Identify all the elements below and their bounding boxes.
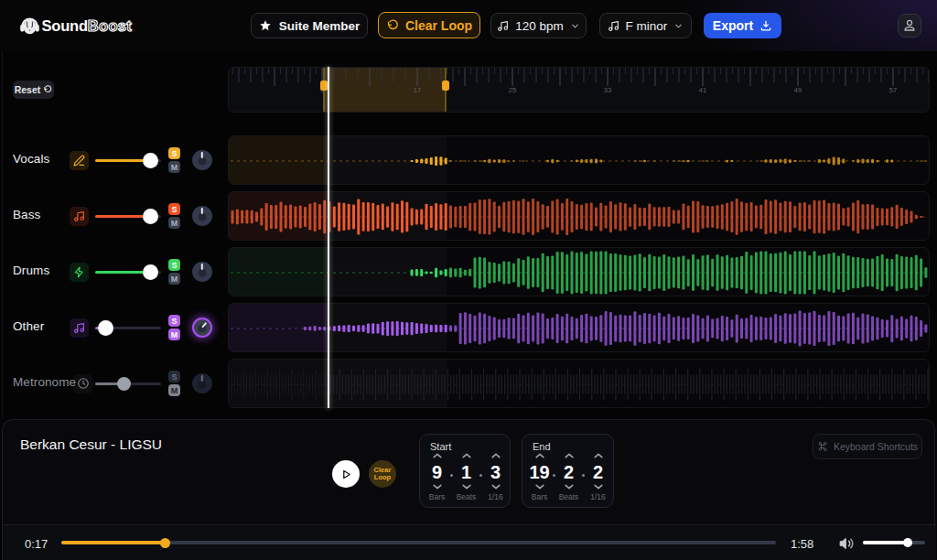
svg-text:57: 57 bbox=[889, 86, 897, 94]
svg-text:17: 17 bbox=[414, 86, 421, 94]
svg-text:25: 25 bbox=[509, 86, 516, 94]
svg-text:1: 1 bbox=[228, 86, 229, 94]
svg-text:41: 41 bbox=[699, 86, 706, 94]
svg-text:49: 49 bbox=[794, 86, 802, 94]
svg-text:33: 33 bbox=[604, 86, 611, 94]
